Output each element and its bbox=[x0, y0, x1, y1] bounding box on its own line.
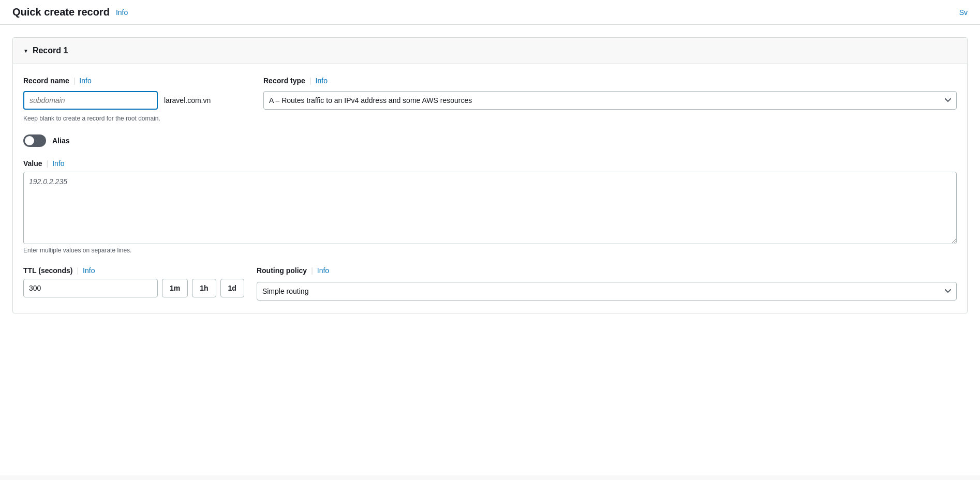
separator-5: | bbox=[311, 266, 313, 275]
separator-1: | bbox=[73, 77, 76, 85]
ttl-label-row: TTL (seconds) | Info bbox=[23, 266, 244, 275]
ttl-input[interactable] bbox=[23, 279, 158, 297]
record-type-label-row: Record type | Info bbox=[263, 77, 957, 85]
ttl-info-link[interactable]: Info bbox=[83, 266, 95, 275]
separator-3: | bbox=[47, 159, 49, 168]
record-section-title: Record 1 bbox=[33, 46, 68, 55]
record-name-label: Record name bbox=[23, 77, 69, 85]
record-type-label: Record type bbox=[263, 77, 305, 85]
separator-4: | bbox=[77, 266, 79, 275]
header-info-link[interactable]: Info bbox=[116, 8, 128, 17]
separator-2: | bbox=[309, 77, 311, 85]
alias-label: Alias bbox=[52, 137, 69, 145]
value-label-row: Value | Info bbox=[23, 159, 957, 168]
record-name-group: Record name | Info laravel.com.vn Keep b… bbox=[23, 77, 251, 122]
page-content: ▼ Record 1 Record name | Info laravel.co… bbox=[0, 25, 980, 475]
value-info-link[interactable]: Info bbox=[52, 159, 64, 168]
record-section-header[interactable]: ▼ Record 1 bbox=[13, 38, 967, 64]
record-name-input[interactable] bbox=[23, 91, 158, 110]
record-type-select[interactable]: A – Routes traffic to an IPv4 address an… bbox=[263, 91, 957, 110]
alias-row: Alias bbox=[23, 134, 957, 147]
domain-suffix: laravel.com.vn bbox=[164, 96, 211, 104]
page-header-left: Quick create record Info bbox=[12, 6, 128, 18]
ttl-input-row: 1m 1h 1d bbox=[23, 279, 244, 297]
ttl-preset-1h-button[interactable]: 1h bbox=[192, 279, 216, 297]
routing-policy-group: Routing policy | Info Simple routing bbox=[257, 266, 957, 301]
record-name-info-link[interactable]: Info bbox=[79, 77, 91, 85]
routing-policy-label: Routing policy bbox=[257, 266, 307, 275]
value-helper-text: Enter multiple values on separate lines. bbox=[23, 247, 131, 254]
sv-link[interactable]: Sv bbox=[959, 8, 968, 17]
name-type-row: Record name | Info laravel.com.vn Keep b… bbox=[23, 77, 957, 122]
alias-toggle[interactable] bbox=[23, 134, 46, 147]
ttl-preset-1m-button[interactable]: 1m bbox=[162, 279, 188, 297]
ttl-label: TTL (seconds) bbox=[23, 266, 72, 275]
toggle-slider bbox=[23, 134, 46, 147]
value-section: Value | Info Enter multiple values on se… bbox=[23, 159, 957, 254]
page-title: Quick create record bbox=[12, 6, 110, 18]
ttl-preset-1d-button[interactable]: 1d bbox=[220, 279, 244, 297]
ttl-group: TTL (seconds) | Info 1m 1h 1d bbox=[23, 266, 244, 297]
value-label: Value bbox=[23, 159, 42, 168]
routing-policy-info-link[interactable]: Info bbox=[317, 266, 329, 275]
page-header: Quick create record Info Sv bbox=[0, 0, 980, 25]
routing-policy-label-row: Routing policy | Info bbox=[257, 266, 957, 275]
record-name-label-row: Record name | Info bbox=[23, 77, 251, 85]
record-type-group: Record type | Info A – Routes traffic to… bbox=[263, 77, 957, 122]
record-name-helper-text: Keep blank to create a record for the ro… bbox=[23, 115, 251, 122]
ttl-routing-row: TTL (seconds) | Info 1m 1h 1d Routing po… bbox=[23, 266, 957, 301]
record-section: ▼ Record 1 Record name | Info laravel.co… bbox=[12, 37, 968, 313]
record-body: Record name | Info laravel.com.vn Keep b… bbox=[13, 64, 967, 313]
chevron-down-icon: ▼ bbox=[23, 48, 28, 54]
routing-policy-select[interactable]: Simple routing bbox=[257, 282, 957, 301]
record-type-info-link[interactable]: Info bbox=[316, 77, 328, 85]
value-textarea[interactable] bbox=[23, 172, 957, 244]
record-name-input-wrapper: laravel.com.vn bbox=[23, 91, 251, 110]
